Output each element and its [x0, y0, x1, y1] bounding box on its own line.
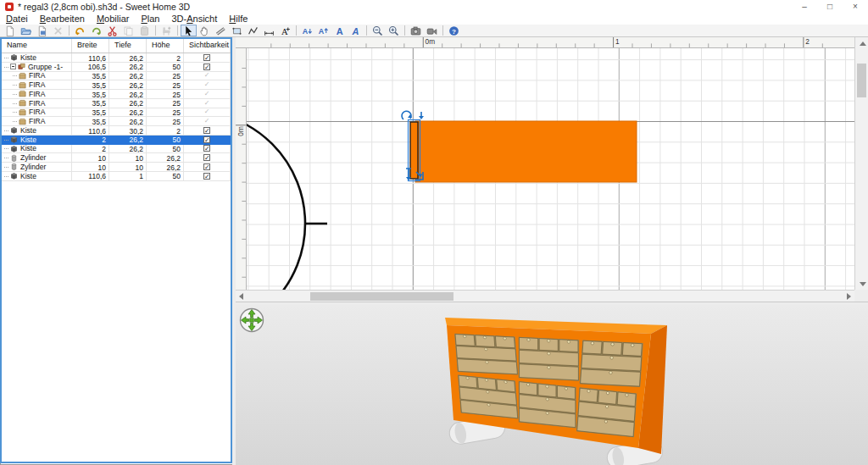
table-row[interactable]: Zylinder101026,2✓ [2, 153, 231, 163]
zylinder-icon [10, 163, 18, 170]
plan-furniture-shelf-box[interactable] [415, 121, 637, 182]
3d-view[interactable] [236, 305, 868, 465]
increase-text-size-button[interactable]: A [315, 25, 331, 36]
tiefe-value: 26,2 [109, 80, 147, 89]
hoehe-value: 25 [147, 108, 184, 117]
elevation-handle-icon[interactable] [419, 112, 424, 119]
left-ruler: 0m [236, 48, 247, 290]
open-button[interactable] [18, 25, 34, 36]
video-button[interactable] [424, 25, 440, 36]
visibility-checkbox[interactable]: ✓ [203, 100, 210, 107]
visibility-checkbox[interactable]: ✓ [203, 108, 210, 115]
toolbar-separator [155, 25, 156, 36]
breite-value: 2 [72, 145, 109, 153]
table-row[interactable]: Gruppe -1-106,526,250✓ [2, 63, 231, 72]
table-row[interactable]: FIRA35,526,225✓ [2, 99, 231, 108]
minimize-button[interactable]: – [792, 2, 817, 11]
column-header-breite[interactable]: Breite [72, 39, 109, 53]
table-row[interactable]: Kiste110,626,22✓ [2, 53, 231, 63]
cut-button[interactable] [104, 25, 120, 36]
zoom-in-button[interactable] [386, 25, 402, 36]
italic-button[interactable]: A [348, 25, 364, 36]
menu-hilfe[interactable]: Hilfe [223, 13, 253, 25]
scroll-left-icon[interactable] [239, 293, 243, 300]
plan-horizontal-scrollbar[interactable] [236, 290, 854, 302]
visibility-cell: ✓ [184, 145, 231, 153]
visibility-cell: ✓ [184, 99, 231, 108]
close-button[interactable]: × [843, 2, 868, 11]
column-header-tiefe[interactable]: Tiefe [109, 39, 147, 53]
visibility-checkbox[interactable]: ✓ [203, 81, 210, 88]
plan-vertical-scrollbar[interactable] [854, 37, 868, 290]
tiefe-value: 26,2 [109, 117, 147, 125]
visibility-checkbox[interactable]: ✓ [203, 145, 210, 152]
table-row[interactable]: FIRA35,526,225✓ [2, 80, 231, 90]
photo-button[interactable] [408, 25, 424, 36]
visibility-checkbox[interactable]: ✓ [203, 173, 210, 180]
plan-furniture-selected-panel[interactable] [410, 122, 418, 179]
visibility-checkbox[interactable]: ✓ [203, 64, 210, 70]
visibility-checkbox[interactable]: ✓ [203, 91, 210, 97]
column-header-hhe[interactable]: Höhe [147, 39, 184, 53]
h-scroll-thumb[interactable] [310, 292, 453, 301]
create-polylines-button[interactable] [245, 25, 261, 36]
menu-3d-ansicht[interactable]: 3D-Ansicht [165, 13, 223, 25]
add-text-button[interactable]: A [277, 25, 293, 36]
column-header-name[interactable]: Name [2, 39, 72, 53]
3d-navigation-widget[interactable] [238, 307, 265, 334]
scroll-down-icon[interactable] [860, 282, 866, 286]
visibility-checkbox[interactable]: ✓ [203, 54, 210, 61]
decrease-text-size-button[interactable]: A [299, 25, 315, 36]
column-header-sichtbarkeit[interactable]: Sichtbarkeit [184, 39, 231, 53]
table-row[interactable]: FIRA35,526,225✓ [2, 90, 231, 99]
menu-plan[interactable]: Plan [135, 13, 165, 25]
tree-expander-icon[interactable] [10, 64, 16, 69]
table-row[interactable]: Kiste110,630,22✓ [2, 126, 231, 136]
scroll-right-icon[interactable] [847, 293, 851, 300]
table-row[interactable]: Kiste226,250✓ [2, 145, 231, 154]
tiefe-value: 30,2 [109, 126, 147, 135]
v-scroll-thumb[interactable] [857, 64, 866, 97]
kiste-icon [10, 136, 18, 143]
undo-button[interactable] [72, 25, 88, 36]
select-button[interactable] [181, 25, 197, 36]
save-button[interactable] [34, 25, 50, 36]
scroll-up-icon[interactable] [860, 42, 866, 46]
compass[interactable] [247, 111, 327, 290]
furniture-name-cell: FIRA [2, 80, 72, 89]
rotate-handle-icon[interactable] [402, 111, 412, 119]
menu-datei[interactable]: Datei [0, 13, 34, 25]
table-row[interactable]: FIRA35,526,225✓ [2, 108, 231, 118]
create-rooms-button[interactable] [229, 25, 245, 36]
help-button[interactable]: ? [446, 25, 462, 36]
menu-bearbeiten[interactable]: Bearbeiten [34, 13, 91, 25]
visibility-checkbox[interactable]: ✓ [203, 72, 210, 79]
toolbar: AAAAA? [0, 25, 868, 37]
3d-cabinet[interactable] [424, 307, 695, 465]
menu-mobiliar[interactable]: Mobiliar [91, 13, 136, 25]
visibility-checkbox[interactable]: ✓ [203, 163, 210, 170]
create-walls-button[interactable] [213, 25, 229, 36]
maximize-button[interactable]: □ [817, 2, 843, 11]
visibility-checkbox[interactable]: ✓ [203, 136, 210, 143]
create-dimensions-button[interactable] [261, 25, 277, 36]
kiste-icon [10, 126, 18, 134]
visibility-checkbox[interactable]: ✓ [203, 118, 210, 125]
bold-button[interactable]: A [331, 25, 348, 36]
zoom-out-button[interactable] [370, 25, 386, 36]
new-button[interactable] [2, 25, 18, 36]
visibility-checkbox[interactable]: ✓ [203, 127, 210, 134]
redo-button[interactable] [88, 25, 104, 36]
table-row[interactable]: Zylinder101026,2✓ [2, 163, 231, 172]
table-row[interactable]: Kiste110,6150✓ [2, 172, 231, 181]
pan-button[interactable] [197, 25, 213, 36]
tree-connector [4, 175, 8, 177]
nav-center-icon[interactable] [250, 318, 253, 322]
fira-icon [19, 90, 26, 97]
cut-icon [107, 25, 118, 36]
table-row[interactable]: FIRA35,526,225✓ [2, 117, 231, 126]
hoehe-value: 50 [147, 145, 184, 153]
table-row[interactable]: FIRA35,526,225✓ [2, 72, 231, 81]
visibility-checkbox[interactable]: ✓ [203, 154, 210, 161]
table-row[interactable]: Kiste226,250✓ [2, 136, 231, 145]
